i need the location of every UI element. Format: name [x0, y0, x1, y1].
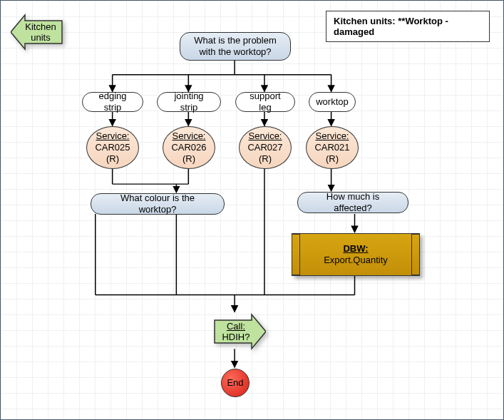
question-amount[interactable]: How much is affected?	[297, 192, 408, 213]
option-support-leg[interactable]: support leg	[235, 92, 295, 112]
option-jointing-strip[interactable]: jointing strip	[157, 92, 221, 112]
call-text: HDIH?	[222, 332, 250, 342]
service-car025[interactable]: Service: CAR025 (R)	[86, 126, 139, 169]
diagram-title: Kitchen units: **Worktop - damaged	[326, 11, 490, 42]
service-code: CAR025	[95, 142, 130, 153]
option-worktop[interactable]: worktop	[309, 92, 356, 112]
end-node: End	[221, 369, 250, 397]
dbw-text: Export.Quantity	[324, 255, 388, 266]
back-arrow-kitchen-units[interactable]: Kitchen units	[11, 14, 63, 51]
service-code: CAR026	[171, 142, 206, 153]
service-code: CAR027	[247, 142, 282, 153]
call-header: Call:	[227, 321, 245, 332]
service-code: CAR021	[314, 142, 349, 153]
service-suffix: (R)	[326, 153, 339, 165]
option-worktop-label: worktop	[316, 96, 349, 108]
service-car026[interactable]: Service: CAR026 (R)	[163, 126, 215, 169]
dbw-export-quantity[interactable]: DBW: Export.Quantity	[292, 233, 420, 276]
service-header: Service:	[173, 130, 206, 142]
question-amount-text: How much is affected?	[308, 191, 398, 215]
question-colour-text: What colour is the worktop?	[101, 193, 214, 216]
option-support-label: support leg	[243, 91, 287, 114]
call-hdih[interactable]: Call: HDIH?	[213, 313, 266, 350]
service-header: Service:	[316, 130, 349, 142]
diagram-canvas: Kitchen units: **Worktop - damaged Kitch…	[0, 0, 504, 420]
connectors	[1, 1, 503, 419]
service-suffix: (R)	[182, 153, 195, 165]
question-main-text: What is the problem with the worktop?	[190, 35, 280, 58]
service-car021[interactable]: Service: CAR021 (R)	[306, 126, 359, 169]
end-label: End	[227, 377, 243, 389]
option-edging-strip[interactable]: edging strip	[82, 92, 143, 112]
diagram-title-text: Kitchen units: **Worktop - damaged	[334, 16, 448, 37]
question-colour[interactable]: What colour is the worktop?	[91, 193, 225, 215]
option-edging-label: edging strip	[90, 91, 135, 114]
option-jointing-label: jointing strip	[165, 91, 213, 114]
service-suffix: (R)	[106, 153, 119, 165]
service-car027[interactable]: Service: CAR027 (R)	[239, 126, 292, 169]
service-header: Service:	[249, 130, 282, 142]
service-suffix: (R)	[259, 153, 272, 165]
dbw-header: DBW:	[343, 243, 368, 255]
back-arrow-label: Kitchen units	[18, 21, 63, 43]
question-main[interactable]: What is the problem with the worktop?	[180, 32, 291, 61]
service-header: Service:	[96, 130, 130, 142]
